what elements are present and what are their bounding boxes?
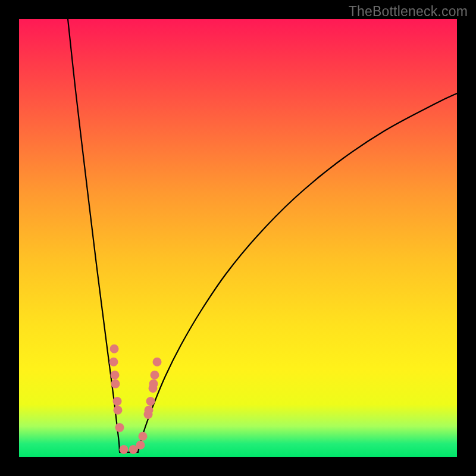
chart-svg [19,19,457,457]
data-point [120,445,129,454]
data-point [146,397,155,406]
data-point [149,380,158,389]
data-point [111,380,120,389]
data-point [115,423,124,432]
data-point [110,345,119,353]
data-point [145,406,154,415]
data-point [136,441,145,450]
curve-left-branch [68,19,120,452]
data-point [113,397,122,406]
data-point [111,371,120,380]
chart-area [19,19,457,457]
data-point [139,432,148,441]
data-point [114,406,123,415]
data-point [151,371,159,380]
watermark-text: TheBottleneck.com [349,4,468,20]
data-point [153,358,162,367]
curve-right-branch [138,93,457,452]
data-points [109,345,162,454]
data-point [109,358,118,367]
